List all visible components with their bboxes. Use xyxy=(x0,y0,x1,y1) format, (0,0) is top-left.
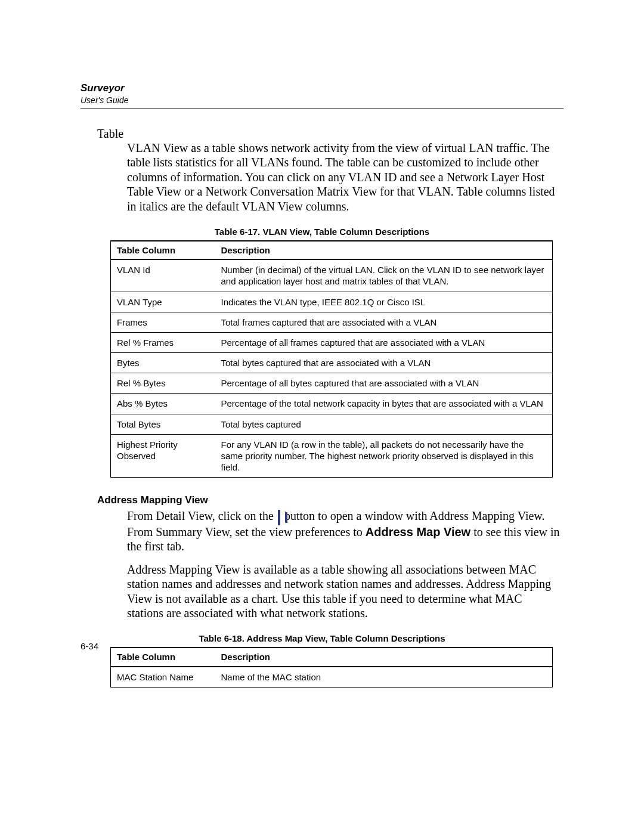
table-header-row: Table Column Description xyxy=(111,241,553,259)
table-cell-desc: Name of the MAC station xyxy=(215,667,553,688)
table-cell-desc: Percentage of the total network capacity… xyxy=(215,394,553,414)
table-row: Rel % Bytes Percentage of all bytes capt… xyxy=(111,373,553,394)
table-header-description: Description xyxy=(215,648,553,666)
table-caption-6-18: Table 6-18. Address Map View, Table Colu… xyxy=(80,633,564,643)
table-caption-6-17: Table 6-17. VLAN View, Table Column Desc… xyxy=(80,227,564,237)
address-map-icon xyxy=(278,510,280,525)
table-row: VLAN Type Indicates the VLAN type, IEEE … xyxy=(111,292,553,312)
table-cell-name: Bytes xyxy=(111,353,215,373)
table-row: Rel % Frames Percentage of all frames ca… xyxy=(111,332,553,352)
page-number: 6-34 xyxy=(80,641,98,651)
ui-label-address-map-view: Address Map View xyxy=(366,525,470,538)
table-cell-name: Abs % Bytes xyxy=(111,394,215,414)
body-text-block-2: From Detail View, click on the button to… xyxy=(127,509,561,620)
table-cell-desc: For any VLAN ID (a row in the table), al… xyxy=(215,434,553,478)
table-cell-desc: Total frames captured that are associate… xyxy=(215,312,553,332)
table-cell-name: MAC Station Name xyxy=(111,667,215,688)
section-heading-table: Table xyxy=(97,127,564,141)
subheading-address-mapping: Address Mapping View xyxy=(97,494,564,506)
table-header-column-name: Table Column xyxy=(111,648,215,666)
table-vlan-view: Table Column Description VLAN Id Number … xyxy=(110,240,553,478)
table-row: Frames Total frames captured that are as… xyxy=(111,312,553,332)
table-row: Total Bytes Total bytes captured xyxy=(111,414,553,434)
table-cell-desc: Total bytes captured xyxy=(215,414,553,434)
table-header-row: Table Column Description xyxy=(111,648,553,666)
table-row: MAC Station Name Name of the MAC station xyxy=(111,667,553,688)
page: Surveyor User's Guide Table VLAN View as… xyxy=(0,0,644,833)
table-header-description: Description xyxy=(215,241,553,259)
table-cell-name: Highest Priority Observed xyxy=(111,434,215,478)
header-brand: Surveyor xyxy=(80,82,564,94)
table-cell-name: Rel % Bytes xyxy=(111,373,215,394)
table-row: Bytes Total bytes captured that are asso… xyxy=(111,353,553,373)
table-row: Highest Priority Observed For any VLAN I… xyxy=(111,434,553,478)
table-cell-name: Total Bytes xyxy=(111,414,215,434)
header-rule xyxy=(80,109,564,109)
table-cell-name: Frames xyxy=(111,312,215,332)
paragraph-vlan-intro: VLAN View as a table shows network activ… xyxy=(127,141,561,213)
table-cell-name: VLAN Type xyxy=(111,292,215,312)
table-cell-desc: Percentage of all bytes captured that ar… xyxy=(215,373,553,394)
table-header-column-name: Table Column xyxy=(111,241,215,259)
table-row: Abs % Bytes Percentage of the total netw… xyxy=(111,394,553,414)
body-text-block-1: VLAN View as a table shows network activ… xyxy=(127,141,561,213)
table-row: VLAN Id Number (in decimal) of the virtu… xyxy=(111,259,553,292)
text-fragment: From Detail View, click on the xyxy=(127,509,277,522)
table-cell-desc: Total bytes captured that are associated… xyxy=(215,353,553,373)
table-cell-name: Rel % Frames xyxy=(111,332,215,352)
paragraph-address-mapping-1: From Detail View, click on the button to… xyxy=(127,509,561,553)
table-address-map: Table Column Description MAC Station Nam… xyxy=(110,647,553,687)
paragraph-address-mapping-2: Address Mapping View is available as a t… xyxy=(127,562,561,621)
table-cell-name: VLAN Id xyxy=(111,259,215,292)
table-cell-desc: Number (in decimal) of the virtual LAN. … xyxy=(215,259,553,292)
table-cell-desc: Percentage of all frames captured that a… xyxy=(215,332,553,352)
table-cell-desc: Indicates the VLAN type, IEEE 802.1Q or … xyxy=(215,292,553,312)
header-subtitle: User's Guide xyxy=(80,95,564,105)
